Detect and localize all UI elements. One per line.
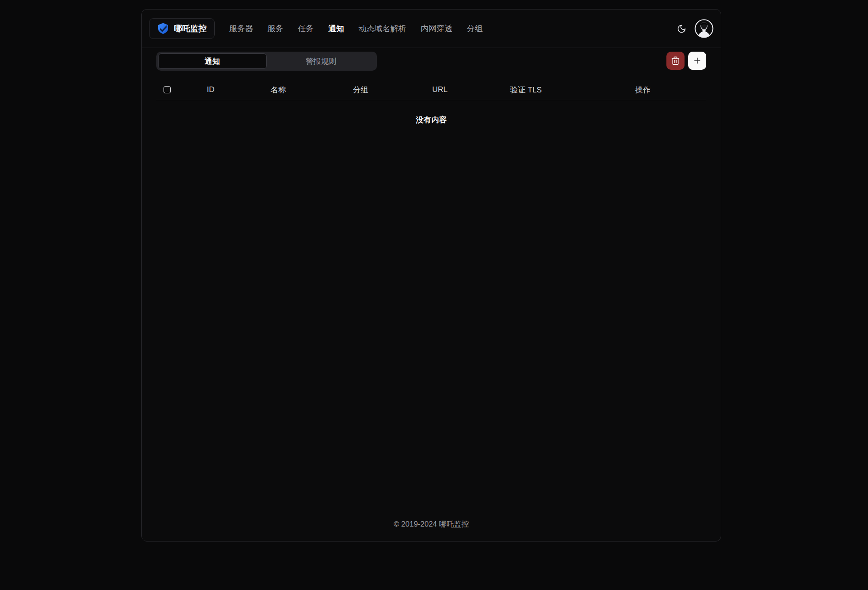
toolbar: 通知 警报规则 xyxy=(156,52,706,71)
topbar-actions xyxy=(673,19,714,38)
tab-notifications[interactable]: 通知 xyxy=(158,53,267,69)
shield-check-icon xyxy=(157,23,169,34)
delete-button[interactable] xyxy=(666,52,685,70)
main-nav: 服务器 服务 任务 通知 动态域名解析 内网穿透 分组 xyxy=(222,19,490,39)
main-card: 哪吒监控 服务器 服务 任务 通知 动态域名解析 内网穿透 分组 xyxy=(141,9,721,542)
nav-item-ddns[interactable]: 动态域名解析 xyxy=(352,19,414,39)
trash-icon xyxy=(671,56,680,65)
nav-item-nat[interactable]: 内网穿透 xyxy=(414,19,460,39)
nav-item-groups[interactable]: 分组 xyxy=(460,19,490,39)
theme-toggle-button[interactable] xyxy=(673,20,690,37)
select-all-checkbox[interactable] xyxy=(164,86,171,93)
column-header-group: 分组 xyxy=(314,85,407,95)
user-avatar[interactable] xyxy=(694,19,714,38)
tab-alert-rules[interactable]: 警报规则 xyxy=(267,53,376,69)
column-header-actions: 操作 xyxy=(579,85,706,95)
column-header-url: URL xyxy=(407,85,473,94)
empty-state-text: 没有内容 xyxy=(156,100,706,125)
column-header-verify-tls: 验证 TLS xyxy=(473,85,579,95)
footer-copyright: © 2019-2024 哪吒监控 xyxy=(156,519,706,534)
content-spacer xyxy=(156,125,706,519)
add-button[interactable] xyxy=(688,52,706,70)
moon-icon xyxy=(677,24,686,34)
nav-item-notifications[interactable]: 通知 xyxy=(321,19,352,39)
brand-logo-button[interactable]: 哪吒监控 xyxy=(149,18,215,39)
nav-item-servers[interactable]: 服务器 xyxy=(222,19,260,39)
notifications-page: 通知 警报规则 xyxy=(142,48,721,541)
top-navigation-bar: 哪吒监控 服务器 服务 任务 通知 动态域名解析 内网穿透 分组 xyxy=(142,10,721,48)
table-header-checkbox-cell xyxy=(156,86,179,93)
brand-name: 哪吒监控 xyxy=(174,23,207,34)
tab-switcher: 通知 警报规则 xyxy=(156,52,377,71)
nav-item-tasks[interactable]: 任务 xyxy=(291,19,321,39)
table-header-row: ID 名称 分组 URL 验证 TLS 操作 xyxy=(156,80,706,100)
nav-item-services[interactable]: 服务 xyxy=(260,19,291,39)
toolbar-actions xyxy=(666,52,706,70)
plus-icon xyxy=(693,56,702,65)
column-header-name: 名称 xyxy=(242,85,314,95)
column-header-id: ID xyxy=(179,85,242,94)
